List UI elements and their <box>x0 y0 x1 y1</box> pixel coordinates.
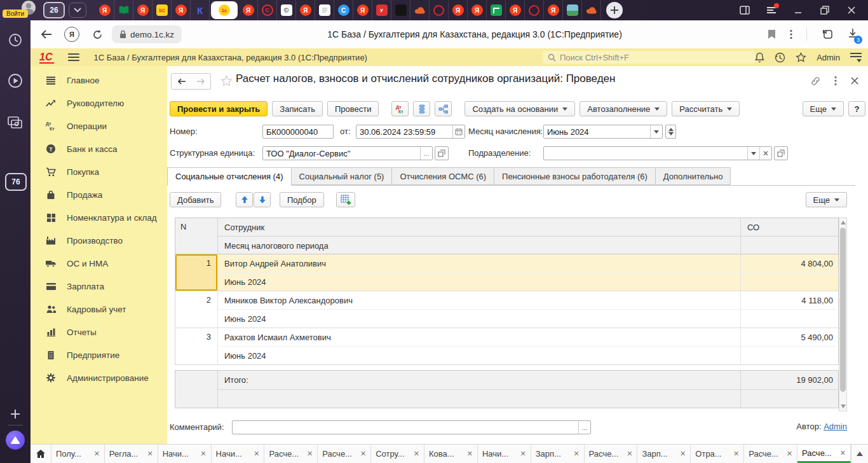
division-field[interactable] <box>543 146 772 160</box>
close-icon[interactable]: ✕ <box>254 450 259 458</box>
browser-tab-green-square-20[interactable] <box>487 0 506 20</box>
browser-tab-yandex-2[interactable]: Я <box>133 0 153 20</box>
sidebar-item-zarplata[interactable]: Зарплата <box>31 275 167 298</box>
taskbar-tab-1[interactable]: Регла...✕ <box>105 445 158 463</box>
post-and-close-button[interactable]: Провести и закрыть <box>170 101 268 116</box>
login-button[interactable]: Войти <box>3 10 28 18</box>
number-field[interactable]: БК000000040 <box>262 125 334 139</box>
sidebar-item-glavnoe[interactable]: Главное <box>31 69 167 92</box>
close-icon[interactable]: ✕ <box>200 450 206 458</box>
move-down-button[interactable] <box>254 192 271 207</box>
window-menu-icon[interactable] <box>830 75 841 86</box>
close-icon[interactable]: ✕ <box>147 450 153 458</box>
browser-tab-copyright-box-9[interactable]: © <box>277 0 296 20</box>
more-menu-icon[interactable] <box>790 29 792 39</box>
table-scrollbar[interactable] <box>839 218 847 411</box>
scroll-up-icon[interactable] <box>841 221 846 225</box>
taskbar-tab-10[interactable]: Расче...✕ <box>585 445 638 463</box>
browser-tab-onec-circle-6[interactable]: 1с <box>211 1 238 19</box>
tab-3[interactable]: Пенсионные взносы работодателя (6) <box>494 167 656 185</box>
browser-tab-black-square-15[interactable] <box>391 0 410 20</box>
search-input[interactable]: Поиск Ctrl+Shift+F <box>543 51 755 64</box>
table-row[interactable]: 2Мяников Виктор АлександоровичИюнь 20244… <box>175 291 838 328</box>
taskbar-up-button[interactable] <box>851 445 868 463</box>
service-menu-icon[interactable] <box>850 53 862 62</box>
taskbar-tab-12[interactable]: Отра...✕ <box>691 445 744 463</box>
dtkt-postings-button[interactable]: ДтКт <box>391 101 409 116</box>
tab-1[interactable]: Социальный налог (5) <box>292 167 393 185</box>
close-icon[interactable]: ✕ <box>94 450 100 458</box>
close-icon[interactable]: ✕ <box>840 449 846 457</box>
user-name[interactable]: Admin <box>817 53 840 62</box>
pick-button[interactable]: Подбор <box>280 192 324 207</box>
browser-tab-document-11[interactable] <box>315 0 334 20</box>
sidebar-item-bank-i-kassa[interactable]: ТБанк и касса <box>31 137 167 160</box>
notifications-icon[interactable] <box>755 52 764 63</box>
restore-button[interactable] <box>820 5 830 15</box>
sidebar-item-proizvodstvo[interactable]: Производство <box>31 229 167 252</box>
add-row-button[interactable]: Добавить <box>170 192 221 207</box>
history-clock-icon[interactable] <box>775 52 785 63</box>
sidebar-item-predpriyatie[interactable]: Предприятие <box>31 343 167 366</box>
calculate-button[interactable]: Рассчитать <box>672 101 740 116</box>
autofill-button[interactable]: Автозаполнение <box>580 101 667 116</box>
sidebar-item-administrirovanie[interactable]: Администрирование <box>31 366 167 389</box>
help-button[interactable]: ? <box>848 101 865 116</box>
browser-tab-picture-24[interactable] <box>563 0 582 20</box>
register-list-button[interactable] <box>413 101 430 116</box>
tabs-chevron-button[interactable] <box>69 3 86 18</box>
taskbar-tab-3[interactable]: Начи...✕ <box>212 445 265 463</box>
minimize-button[interactable] <box>793 5 803 15</box>
sidebar-item-os-i-nma[interactable]: ОС и НМА <box>31 252 167 275</box>
dropdown-icon[interactable] <box>650 125 662 138</box>
close-icon[interactable]: ✕ <box>627 450 632 458</box>
close-icon[interactable] <box>846 5 857 15</box>
author-link[interactable]: Admin <box>824 422 847 431</box>
screenshot-icon[interactable] <box>0 113 31 132</box>
collections-icon[interactable] <box>821 29 834 40</box>
browser-tab-red-square-14[interactable]: У <box>372 0 391 20</box>
save-button[interactable]: Записать <box>272 101 323 116</box>
table-row[interactable]: 3Рахатов Исмаил АхметовичИюнь 20245 490,… <box>175 328 838 364</box>
browser-tab-red-ring-17[interactable] <box>430 0 449 20</box>
taskbar-tab-7[interactable]: Кова...✕ <box>424 445 478 463</box>
browser-tab-cloud-25[interactable] <box>582 0 601 20</box>
sidebar-item-pokupka[interactable]: Покупка <box>31 160 167 183</box>
tab-4[interactable]: Дополнительно <box>656 167 731 185</box>
post-button[interactable]: Провести <box>327 101 379 116</box>
main-menu-icon[interactable] <box>68 53 79 61</box>
refresh-icon[interactable] <box>88 25 107 44</box>
close-icon[interactable]: ✕ <box>414 450 419 458</box>
month-spinner[interactable] <box>665 125 676 139</box>
fill-table-button[interactable] <box>336 192 355 207</box>
taskbar-tab-8[interactable]: Начи...✕ <box>478 445 531 463</box>
taskbar-tab-5[interactable]: Расче...✕ <box>318 445 371 463</box>
open-division-icon[interactable] <box>774 146 788 160</box>
taskbar-tab-2[interactable]: Начи...✕ <box>158 445 212 463</box>
calendar-icon[interactable] <box>452 125 465 138</box>
taskbar-tab-6[interactable]: Сотру...✕ <box>371 445 424 463</box>
scroll-thumb[interactable] <box>840 228 846 392</box>
choose-icon[interactable]: ... <box>420 147 432 160</box>
video-icon[interactable] <box>0 71 31 90</box>
sidebar-add-icon[interactable] <box>0 404 31 424</box>
taskbar-tab-9[interactable]: Зарп...✕ <box>531 445 585 463</box>
close-icon[interactable]: ✕ <box>573 450 579 458</box>
comment-expand-icon[interactable]: ... <box>578 421 590 434</box>
downloads-button[interactable]: 3 <box>848 28 858 41</box>
yandex-button[interactable]: Я <box>62 25 81 44</box>
move-up-button[interactable] <box>236 192 253 207</box>
more-button[interactable]: Еще <box>803 101 844 116</box>
profile-area[interactable]: Войти <box>0 0 41 20</box>
sidebar-item-kadrovyj-uchet[interactable]: Кадровый учет <box>31 298 167 321</box>
browser-tab-yandex-19[interactable]: Я <box>468 0 487 20</box>
close-icon[interactable]: ✕ <box>680 450 686 458</box>
browser-menu-icon[interactable] <box>766 5 776 15</box>
taskbar-tab-11[interactable]: Зарп...✕ <box>637 445 691 463</box>
tab-0[interactable]: Социальные отчисления (4) <box>167 167 292 186</box>
browser-tab-k-letter-5[interactable]: К <box>191 0 210 20</box>
unit-field[interactable]: ТОО "Диалог-Сервис" ... <box>262 146 433 160</box>
table-more-button[interactable]: Еще <box>806 192 847 207</box>
bookmark-icon[interactable] <box>768 29 776 39</box>
close-icon[interactable]: ✕ <box>520 450 526 458</box>
